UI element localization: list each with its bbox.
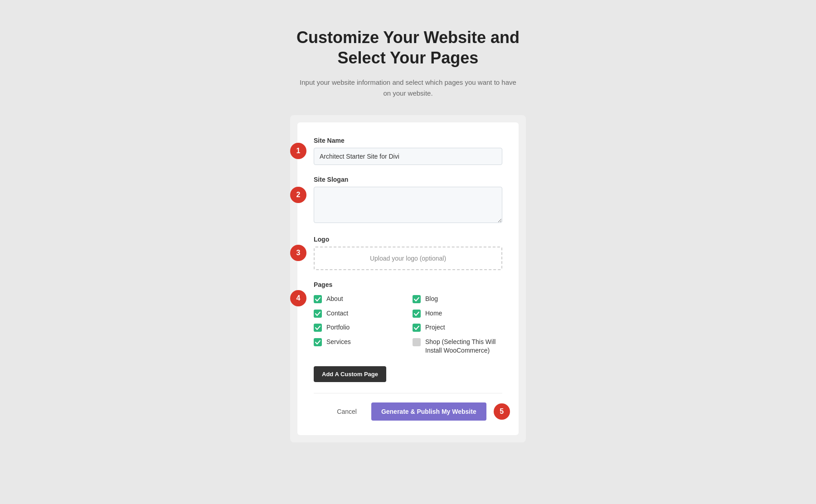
- step-badge-1: 1: [290, 143, 306, 159]
- svg-rect-6: [314, 338, 322, 346]
- page-portfolio-label: Portfolio: [326, 323, 350, 332]
- pages-grid: About Blog Contact: [314, 295, 502, 355]
- svg-rect-1: [413, 295, 421, 303]
- footer-actions: Cancel Generate & Publish My Website 5: [314, 402, 502, 421]
- page-item-services[interactable]: Services: [314, 338, 403, 355]
- checkbox-portfolio-icon: [314, 324, 322, 332]
- site-slogan-section: 2 Site Slogan: [314, 176, 502, 225]
- page-item-home[interactable]: Home: [413, 309, 502, 318]
- page-blog-label: Blog: [425, 295, 438, 304]
- cancel-button[interactable]: Cancel: [330, 403, 364, 420]
- page-item-project[interactable]: Project: [413, 323, 502, 332]
- step-badge-5: 5: [494, 403, 510, 420]
- svg-rect-0: [314, 295, 322, 303]
- svg-rect-3: [413, 310, 421, 318]
- site-name-input[interactable]: [314, 148, 502, 165]
- page-item-portfolio[interactable]: Portfolio: [314, 323, 403, 332]
- page-about-label: About: [326, 295, 343, 304]
- svg-rect-4: [314, 324, 322, 332]
- logo-upload-area[interactable]: Upload your logo (optional): [314, 247, 502, 270]
- checkbox-shop-icon: [413, 338, 421, 346]
- pages-label: Pages: [314, 281, 502, 288]
- page-item-contact[interactable]: Contact: [314, 309, 403, 318]
- page-services-label: Services: [326, 338, 351, 347]
- page-item-shop[interactable]: Shop (Selecting This Will Install WooCom…: [413, 338, 502, 355]
- checkbox-services-icon: [314, 338, 322, 346]
- checkbox-project-icon: [413, 324, 421, 332]
- site-slogan-label: Site Slogan: [314, 176, 502, 183]
- divider: [314, 393, 502, 393]
- checkbox-blog-icon: [413, 295, 421, 303]
- logo-upload-text: Upload your logo (optional): [370, 255, 446, 262]
- step-badge-2: 2: [290, 187, 306, 203]
- page-subtitle: Input your website information and selec…: [299, 77, 517, 99]
- page-home-label: Home: [425, 309, 442, 318]
- checkbox-home-icon: [413, 310, 421, 318]
- page-item-blog[interactable]: Blog: [413, 295, 502, 304]
- svg-rect-5: [413, 324, 421, 332]
- step-badge-4: 4: [290, 290, 306, 306]
- checkbox-contact-icon: [314, 310, 322, 318]
- checkbox-about-icon: [314, 295, 322, 303]
- svg-rect-7: [413, 338, 421, 346]
- step-badge-3: 3: [290, 245, 306, 261]
- page-item-about[interactable]: About: [314, 295, 403, 304]
- add-custom-page-button[interactable]: Add A Custom Page: [314, 366, 386, 382]
- site-name-label: Site Name: [314, 137, 502, 144]
- outer-card: 1 Site Name 2 Site Slogan 3 Logo Upload …: [290, 115, 526, 442]
- page-project-label: Project: [425, 323, 445, 332]
- site-name-section: 1 Site Name: [314, 137, 502, 165]
- form-card: 1 Site Name 2 Site Slogan 3 Logo Upload …: [297, 122, 519, 435]
- logo-label: Logo: [314, 236, 502, 243]
- pages-section: 4 Pages About Blog: [314, 281, 502, 355]
- generate-publish-button[interactable]: Generate & Publish My Website: [371, 402, 486, 421]
- site-slogan-input[interactable]: [314, 187, 502, 223]
- logo-section: 3 Logo Upload your logo (optional): [314, 236, 502, 270]
- page-shop-label: Shop (Selecting This Will Install WooCom…: [425, 338, 502, 355]
- svg-rect-2: [314, 310, 322, 318]
- page-contact-label: Contact: [326, 309, 348, 318]
- page-title: Customize Your Website and Select Your P…: [296, 27, 520, 68]
